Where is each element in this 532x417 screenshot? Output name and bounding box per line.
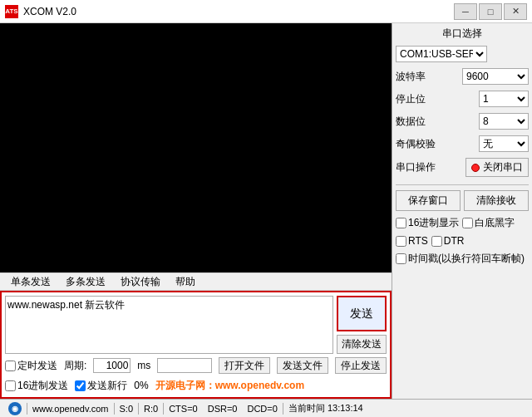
dtr-checkbox[interactable]: [431, 236, 442, 247]
right-panel: 串口选择 COM1:USB-SERIAL 波特率 9600 停止位 1 数据位 …: [392, 23, 532, 399]
main-container: 单条发送 多条发送 协议传输 帮助 www.newasp.net 新云软件 发送…: [0, 23, 532, 399]
period-input[interactable]: [93, 358, 131, 373]
status-cts: CTS=0: [164, 404, 203, 414]
newline-send-label[interactable]: 发送新行: [75, 379, 127, 393]
parity-select[interactable]: 无: [479, 135, 529, 152]
status-s0: S:0: [115, 404, 139, 414]
timestamp-label[interactable]: 时间戳(以换行符回车断帧): [396, 252, 525, 266]
hex16-label[interactable]: 16进制显示: [396, 216, 459, 230]
status-logo: ◉: [3, 402, 27, 415]
hex-send-label[interactable]: 16进制发送: [5, 379, 68, 393]
rts-dtr-row: RTS DTR: [396, 235, 529, 247]
ms-label: ms: [137, 360, 150, 371]
status-dsr: DSR=0: [203, 404, 243, 414]
parity-label: 奇偶校验: [396, 137, 436, 151]
send-file-button[interactable]: 发送文件: [277, 357, 328, 374]
terminal-area: [0, 23, 392, 272]
left-panel: 单条发送 多条发送 协议传输 帮助 www.newasp.net 新云软件 发送…: [0, 23, 392, 399]
rts-checkbox[interactable]: [396, 236, 406, 247]
port-op-label: 串口操作: [396, 160, 436, 174]
port-op-btn-label: 关闭串口: [483, 160, 523, 174]
maximize-button[interactable]: □: [479, 3, 502, 20]
openedv-promo: 开源电子网：www.openedv.com: [155, 379, 304, 393]
progress-percent: 0%: [134, 380, 148, 391]
send-textarea[interactable]: www.newasp.net 新云软件: [5, 296, 333, 354]
divider-1: [396, 184, 529, 185]
app-icon: ATS: [5, 5, 18, 18]
newline-send-checkbox[interactable]: [75, 380, 86, 391]
period-label: 周期:: [64, 359, 86, 373]
parity-row: 奇偶校验 无: [396, 135, 529, 152]
data-label: 数据位: [396, 115, 426, 129]
open-file-button[interactable]: 打开文件: [219, 357, 270, 374]
baud-select[interactable]: 9600: [462, 68, 529, 85]
title-controls: ─ □ ✕: [454, 3, 527, 20]
title-bar-left: ATS XCOM V2.0: [5, 5, 76, 18]
file-path-input[interactable]: [157, 358, 212, 373]
send-right-buttons: 发送 清除发送: [337, 296, 387, 354]
rts-label[interactable]: RTS: [396, 235, 428, 247]
send-panel: www.newasp.net 新云软件 发送 清除发送 定时发送 周期: ms …: [0, 291, 392, 399]
port-row: COM1:USB-SERIAL: [396, 46, 529, 62]
tab-single-send[interactable]: 单条发送: [3, 273, 58, 290]
stop-row: 停止位 1: [396, 91, 529, 107]
timed-send-checkbox[interactable]: [5, 361, 16, 371]
minimize-button[interactable]: ─: [454, 3, 477, 20]
status-r0: R:0: [139, 404, 163, 414]
status-dcd: DCD=0: [242, 404, 282, 414]
data-row: 数据位 8: [396, 113, 529, 130]
port-op-button[interactable]: 关闭串口: [466, 158, 529, 177]
timestamp-checkbox[interactable]: [396, 253, 406, 264]
port-select[interactable]: COM1:USB-SERIAL: [396, 46, 487, 62]
hex-send-checkbox[interactable]: [5, 380, 16, 391]
hex16-row: 16进制显示 白底黑字: [396, 216, 529, 230]
hex16-checkbox[interactable]: [396, 218, 406, 228]
send-options-row2: 16进制发送 发送新行 0% 开源电子网：www.openedv.com: [5, 377, 387, 394]
logo-icon: ◉: [8, 402, 22, 415]
data-select[interactable]: 8: [479, 113, 529, 130]
send-button[interactable]: 发送: [337, 296, 387, 331]
port-op-row: 串口操作 关闭串口: [396, 158, 529, 177]
save-window-button[interactable]: 保存窗口: [396, 190, 461, 211]
stop-send-button[interactable]: 停止发送: [335, 357, 387, 374]
baud-row: 波特率 9600: [396, 68, 529, 85]
save-clear-row: 保存窗口 清除接收: [396, 190, 529, 211]
whitebg-label[interactable]: 白底黑字: [462, 216, 515, 230]
tab-protocol[interactable]: 协议传输: [113, 273, 168, 290]
dtr-label[interactable]: DTR: [431, 235, 465, 247]
clear-receive-button[interactable]: 清除接收: [464, 190, 529, 211]
tab-help[interactable]: 帮助: [168, 273, 203, 290]
section-title-port: 串口选择: [396, 27, 529, 41]
app-title: XCOM V2.0: [23, 6, 76, 17]
close-button[interactable]: ✕: [504, 3, 527, 20]
status-website: www.openedv.com: [27, 404, 114, 414]
title-bar: ATS XCOM V2.0 ─ □ ✕: [0, 0, 532, 23]
port-led: [471, 164, 480, 172]
send-top: www.newasp.net 新云软件 发送 清除发送: [5, 296, 387, 354]
send-options-row: 定时发送 周期: ms 打开文件 发送文件 停止发送: [5, 357, 387, 374]
clear-send-button[interactable]: 清除发送: [337, 335, 387, 354]
tabs-bar: 单条发送 多条发送 协议传输 帮助: [0, 272, 392, 291]
timestamp-row: 时间戳(以换行符回车断帧): [396, 252, 529, 266]
baud-label: 波特率: [396, 70, 426, 84]
tab-multi-send[interactable]: 多条发送: [58, 273, 113, 290]
whitebg-checkbox[interactable]: [462, 218, 473, 228]
stop-select[interactable]: 1: [479, 91, 529, 107]
status-bar: ◉ www.openedv.com S:0 R:0 CTS=0 DSR=0 DC…: [0, 399, 532, 417]
status-time: 当前时间 13:13:14: [283, 402, 368, 415]
stop-label: 停止位: [396, 92, 426, 106]
timed-send-label[interactable]: 定时发送: [5, 359, 57, 373]
